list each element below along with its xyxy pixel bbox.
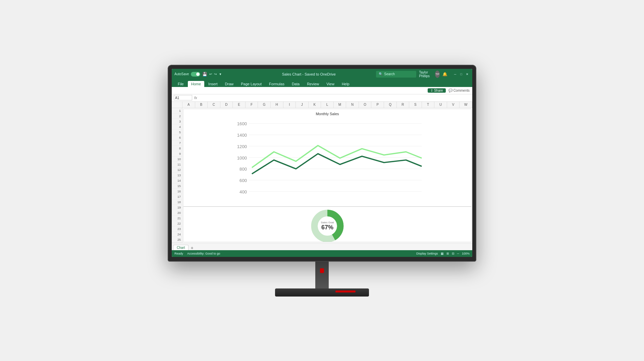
sales-goal-2-chart[interactable]: 97 Left Sales Goal 67% [183,207,472,242]
row-11: 11 [172,162,182,167]
row-23: 23 [172,226,182,232]
tab-data[interactable]: Data [288,81,303,87]
tab-formulas[interactable]: Formulas [266,81,288,87]
col-d: D [220,102,233,108]
maximize-button[interactable]: □ [459,72,464,77]
col-p: P [371,102,384,108]
row-19: 19 [172,205,182,210]
quick-access-save[interactable]: 💾 [202,72,207,77]
row-15: 15 [172,183,182,189]
view-break-icon[interactable]: ⊟ [452,252,454,255]
autosave-toggle[interactable] [191,72,200,77]
tab-pagelayout[interactable]: Page Layout [237,81,265,87]
row-12: 12 [172,167,182,173]
row-4: 4 [172,124,182,130]
donut-container-2: Sales Goal 67% [309,208,346,242]
svg-text:1600: 1600 [237,121,247,126]
tab-file[interactable]: File [174,81,187,87]
row-1: 1 [172,108,182,114]
col-f: F [246,102,258,108]
quick-access-redo[interactable]: ↪ [214,72,217,76]
row-22: 22 [172,221,182,226]
donut-label-2: Sales Goal 67% [321,221,334,231]
view-page-icon[interactable]: ⊞ [446,252,449,255]
col-b: B [195,102,208,108]
row-7: 7 [172,140,182,146]
bell-icon[interactable]: 🔔 [442,72,447,77]
minimize-button[interactable]: ─ [453,72,458,77]
status-ready: Ready [174,252,183,255]
col-i: I [283,102,296,108]
monthly-chart-area: 1600 1400 1200 1000 800 600 400 [186,117,469,199]
svg-text:1000: 1000 [237,155,247,160]
row-16: 16 [172,189,182,194]
col-c: C [208,102,220,108]
avatar: TP [435,71,440,78]
tab-insert[interactable]: Insert [205,81,221,87]
sheet-tab-chart[interactable]: Chart [173,245,189,250]
row-21: 21 [172,216,182,221]
svg-text:800: 800 [239,167,247,172]
row-14: 14 [172,178,182,183]
monthly-sales-chart[interactable]: Monthly Sales [183,109,472,207]
col-m: M [334,102,346,108]
close-button[interactable]: ✕ [465,72,470,77]
svg-text:400: 400 [239,189,247,194]
sales-goal-pct-2: 67% [321,224,334,231]
search-box[interactable]: 🔍 Search [376,71,416,78]
row-5: 5 [172,130,182,135]
cells-area: Monthly Sales [182,108,472,243]
view-normal-icon[interactable]: ▦ [441,252,444,255]
col-u: U [434,102,447,108]
row-25: 25 [172,237,182,242]
comments-button[interactable]: 💬 Comments [448,89,470,92]
row-2: 2 [172,114,182,119]
name-box[interactable]: A1 [174,95,192,100]
ribbon-tabs: File Home Insert Draw Page Layout Formul… [172,80,472,87]
quick-access-undo[interactable]: ↩ [209,72,212,76]
row-6: 6 [172,135,182,140]
stand-base [275,288,369,297]
svg-text:1200: 1200 [237,144,247,149]
row-13: 13 [172,173,182,178]
row-numbers: 1 2 3 4 5 6 7 8 9 10 11 12 13 [172,108,182,243]
row-num-header [172,102,182,108]
file-title: Sales Chart - Saved to OneDrive [282,72,336,76]
tab-view[interactable]: View [323,81,338,87]
display-settings[interactable]: Display Settings [416,252,438,255]
tab-draw[interactable]: Draw [222,81,237,87]
monitor: AutoSave 💾 ↩ ↪ ▼ Sales Chart - Saved to … [168,65,476,297]
monthly-sales-svg: 1600 1400 1200 1000 800 600 400 [186,117,469,199]
formula-icon: fx [194,96,197,100]
monitor-stand [168,262,476,297]
col-r: R [397,102,410,108]
col-w: W [460,102,472,108]
col-j: J [296,102,309,108]
monitor-screen: AutoSave 💾 ↩ ↪ ▼ Sales Chart - Saved to … [172,69,472,257]
col-n: N [346,102,359,108]
col-v: V [447,102,460,108]
svg-text:1400: 1400 [237,133,247,138]
tab-help[interactable]: Help [338,81,353,87]
formula-bar: A1 fx [172,94,472,102]
tab-home[interactable]: Home [188,81,204,87]
status-bar: Ready Accessibility: Good to go Display … [172,250,472,257]
excel-app: AutoSave 💾 ↩ ↪ ▼ Sales Chart - Saved to … [172,69,472,257]
row-3: 3 [172,119,182,124]
col-k: K [309,102,321,108]
tab-review[interactable]: Review [304,81,322,87]
row-10: 10 [172,156,182,162]
quick-access-dropdown[interactable]: ▼ [219,73,222,76]
row-8: 8 [172,146,182,151]
col-e: E [233,102,246,108]
sheet-tab-add[interactable]: + [189,245,195,250]
svg-text:600: 600 [239,178,247,183]
zoom-slider[interactable]: ─ [457,252,459,255]
autosave-label: AutoSave [174,72,189,76]
title-right: 🔍 Search Taylor Phillips TP 🔔 ─ □ ✕ [376,71,470,78]
col-headers: A B C D E F G H I J K L M N O [172,102,472,108]
title-bar: AutoSave 💾 ↩ ↪ ▼ Sales Chart - Saved to … [172,69,472,80]
share-button[interactable]: ⇪ Share [428,88,445,93]
user-name: Taylor Phillips [419,71,432,78]
row-17: 17 [172,194,182,199]
